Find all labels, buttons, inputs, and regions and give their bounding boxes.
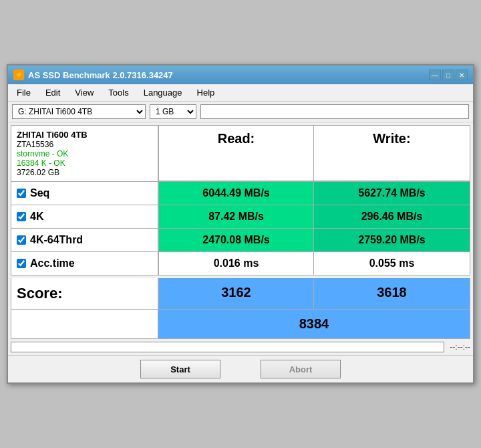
title-bar: ⚡ AS SSD Benchmark 2.0.7316.34247 — □ ✕ [8, 66, 473, 84]
window-title: AS SSD Benchmark 2.0.7316.34247 [28, 70, 173, 80]
acctime-label-cell: Acc.time [11, 251, 158, 275]
seq-checkbox[interactable] [17, 189, 26, 198]
seq-label-cell: Seq [11, 181, 158, 205]
menu-item-tools[interactable]: Tools [102, 86, 134, 100]
4k-read-value: 87.42 MB/s [158, 205, 314, 228]
status-alignment: 16384 K - OK [17, 158, 152, 168]
4k64thrd-label-cell: 4K-64Thrd [11, 228, 158, 251]
acctime-read-value: 0.016 ms [158, 251, 314, 275]
4k-checkbox[interactable] [17, 212, 26, 221]
main-window: ⚡ AS SSD Benchmark 2.0.7316.34247 — □ ✕ … [7, 64, 474, 384]
toolbar-input[interactable] [200, 104, 469, 119]
menu-item-help[interactable]: Help [191, 86, 221, 100]
menu-item-edit[interactable]: Edit [39, 86, 66, 100]
score-section: Score: 3162 3618 [11, 278, 470, 310]
abort-button[interactable]: Abort [261, 360, 341, 378]
drive-serial: ZTA15536 [17, 140, 152, 149]
score-total-label-empty [11, 310, 158, 338]
close-button[interactable]: ✕ [456, 70, 468, 80]
4k-write-value: 296.46 MB/s [314, 205, 470, 228]
menu-item-file[interactable]: File [11, 86, 37, 100]
seq-write-value: 5627.74 MB/s [314, 181, 470, 205]
acctime-write-value: 0.055 ms [314, 251, 470, 275]
title-controls: — □ ✕ [429, 70, 468, 80]
size-dropdown[interactable]: 1 GB4 GB8 GB [150, 104, 196, 119]
acctime-checkbox[interactable] [17, 259, 26, 268]
minimize-button[interactable]: — [429, 70, 441, 80]
score-total-row: 8384 [11, 310, 470, 339]
score-write-value: 3618 [314, 278, 470, 309]
progress-area: --:--:-- [11, 342, 470, 352]
read-header: Read: [158, 126, 314, 181]
title-bar-left: ⚡ AS SSD Benchmark 2.0.7316.34247 [13, 70, 173, 80]
bottom-bar: Start Abort [8, 355, 473, 382]
info-panel: ZHITAI Ti600 4TB ZTA15536 stornvme - OK … [11, 126, 158, 181]
progress-time: --:--:-- [450, 342, 470, 352]
4k-label-cell: 4K [11, 205, 158, 228]
score-label: Score: [11, 278, 158, 309]
start-button[interactable]: Start [140, 360, 220, 378]
progress-bar-container [11, 342, 444, 352]
score-total-value: 8384 [158, 310, 470, 338]
drive-dropdown[interactable]: G: ZHITAI Ti600 4TB [12, 104, 146, 119]
4k64thrd-checkbox[interactable] [17, 235, 26, 245]
seq-read-value: 6044.49 MB/s [158, 181, 314, 205]
maximize-button[interactable]: □ [442, 70, 454, 80]
drive-name: ZHITAI Ti600 4TB [17, 130, 152, 140]
4k64thrd-label: 4K-64Thrd [30, 234, 83, 246]
4k-label: 4K [30, 211, 43, 223]
menu-item-view[interactable]: View [69, 86, 100, 100]
capacity: 3726.02 GB [17, 168, 152, 177]
4k64thrd-read-value: 2470.08 MB/s [158, 228, 314, 251]
4k64thrd-write-value: 2759.20 MB/s [314, 228, 470, 251]
write-header: Write: [314, 126, 470, 181]
app-icon: ⚡ [13, 70, 24, 80]
menu-bar: FileEditViewToolsLanguageHelp [8, 84, 473, 102]
acctime-label: Acc.time [30, 257, 75, 269]
menu-item-language[interactable]: Language [138, 86, 188, 100]
score-read-value: 3162 [158, 278, 314, 309]
toolbar: G: ZHITAI Ti600 4TB 1 GB4 GB8 GB [8, 102, 473, 122]
seq-label: Seq [30, 187, 49, 199]
main-content: ZHITAI Ti600 4TB ZTA15536 stornvme - OK … [11, 125, 470, 275]
status-stornvme: stornvme - OK [17, 149, 152, 158]
